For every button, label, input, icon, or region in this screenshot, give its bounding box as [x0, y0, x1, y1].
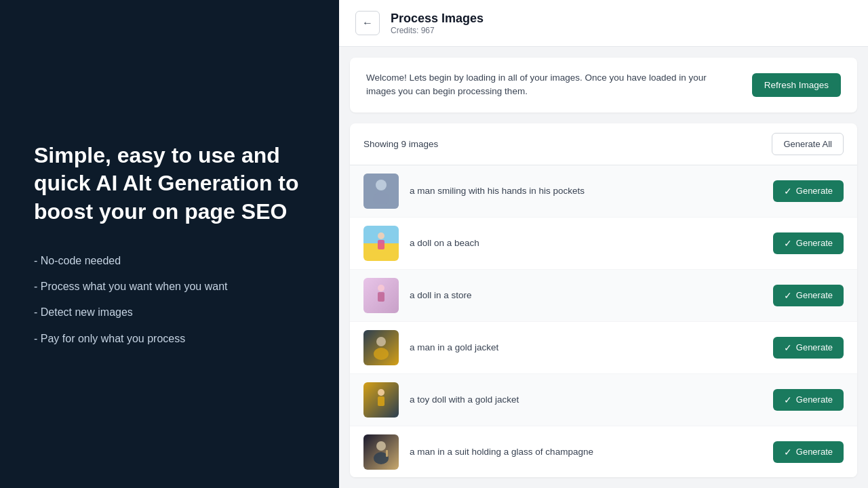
image-alt-text: a man in a gold jacket [410, 342, 762, 352]
images-toolbar: Showing 9 images Generate All [350, 123, 857, 165]
left-panel: Simple, easy to use and quick AI Alt Gen… [0, 0, 339, 488]
generate-label: Generate [796, 342, 833, 352]
image-alt-text: a man in a suit holding a glass of champ… [410, 447, 762, 457]
svg-point-4 [378, 285, 384, 291]
table-row: a doll on a beach ✓ Generate [350, 218, 857, 270]
generate-icon: ✓ [784, 290, 792, 301]
generate-icon: ✓ [784, 186, 792, 197]
generate-icon: ✓ [784, 394, 792, 405]
generate-icon: ✓ [784, 238, 792, 249]
svg-point-1 [373, 192, 389, 204]
refresh-images-button[interactable]: Refresh Images [752, 73, 841, 97]
image-alt-text: a man smiling with his hands in his pock… [410, 186, 762, 196]
svg-point-10 [376, 441, 386, 451]
generate-icon: ✓ [784, 447, 792, 458]
table-row: a man in a gold jacket ✓ Generate [350, 322, 857, 374]
image-thumbnail [363, 278, 399, 313]
credits-label: Credits: 967 [391, 26, 484, 35]
thumb-inner [363, 434, 399, 470]
generate-icon: ✓ [784, 342, 792, 353]
svg-rect-9 [378, 396, 384, 406]
generate-label: Generate [796, 186, 833, 196]
svg-point-7 [374, 348, 389, 360]
generate-label: Generate [796, 394, 833, 405]
thumb-inner [363, 278, 399, 313]
svg-rect-5 [378, 292, 384, 302]
svg-rect-12 [386, 450, 388, 457]
image-thumbnail [363, 382, 399, 418]
image-alt-text: a doll in a store [410, 290, 762, 300]
generate-button[interactable]: ✓ Generate [773, 180, 844, 202]
svg-point-8 [378, 389, 384, 396]
image-alt-text: a toy doll with a gold jacket [410, 394, 762, 405]
back-button[interactable]: ← [355, 11, 380, 35]
table-row: a man smiling with his hands in his pock… [350, 165, 857, 218]
svg-rect-3 [378, 240, 384, 249]
svg-point-6 [376, 337, 386, 346]
feature-item-4: - Pay for only what you process [34, 331, 305, 346]
thumb-inner [363, 226, 399, 261]
page-title: Process Images [391, 12, 484, 26]
generate-button[interactable]: ✓ Generate [773, 232, 844, 254]
image-thumbnail [363, 174, 399, 209]
image-thumbnail [363, 330, 399, 365]
images-count: Showing 9 images [363, 139, 438, 149]
generate-label: Generate [796, 290, 833, 300]
right-panel: ← Process Images Credits: 967 Welcome! L… [339, 0, 868, 488]
generate-button[interactable]: ✓ Generate [773, 285, 844, 306]
svg-point-2 [378, 232, 384, 239]
table-row: a doll in a store ✓ Generate [350, 270, 857, 322]
welcome-banner: Welcome! Lets begin by loading in all of… [350, 58, 857, 113]
hero-title: Simple, easy to use and quick AI Alt Gen… [34, 142, 305, 226]
welcome-text: Welcome! Lets begin by loading in all of… [366, 71, 738, 99]
image-thumbnail [363, 434, 399, 470]
generate-all-button[interactable]: Generate All [772, 133, 844, 155]
back-arrow-icon: ← [362, 17, 373, 29]
images-list: a man smiling with his hands in his pock… [350, 165, 857, 478]
generate-button[interactable]: ✓ Generate [773, 337, 844, 359]
generate-label: Generate [796, 447, 833, 457]
thumb-inner [363, 330, 399, 365]
table-row: a toy doll with a gold jacket ✓ Generate [350, 374, 857, 426]
images-section: Showing 9 images Generate All a man smil… [350, 123, 857, 478]
generate-label: Generate [796, 238, 833, 248]
feature-item-3: - Detect new images [34, 305, 305, 320]
thumb-inner [363, 382, 399, 418]
page-title-group: Process Images Credits: 967 [391, 12, 484, 35]
image-alt-text: a doll on a beach [410, 238, 762, 248]
image-thumbnail [363, 226, 399, 261]
feature-item-1: - No-code needed [34, 253, 305, 268]
features-list: - No-code needed - Process what you want… [34, 253, 305, 347]
page-header: ← Process Images Credits: 967 [339, 0, 868, 47]
generate-button[interactable]: ✓ Generate [773, 389, 844, 411]
thumb-inner [363, 174, 399, 209]
feature-item-2: - Process what you want when you want [34, 279, 305, 294]
table-row: a man in a suit holding a glass of champ… [350, 426, 857, 478]
svg-point-0 [376, 180, 387, 190]
generate-button[interactable]: ✓ Generate [773, 441, 844, 463]
